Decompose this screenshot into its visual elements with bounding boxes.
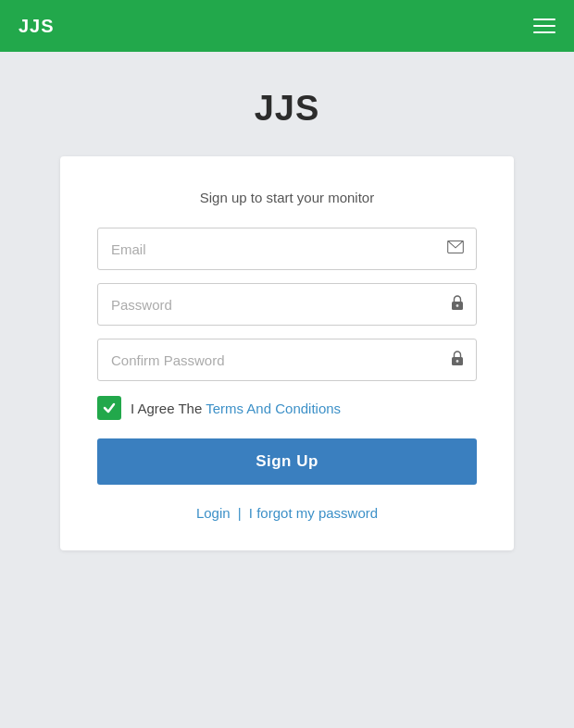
app-title: JJS	[255, 89, 320, 129]
signup-button[interactable]: Sign Up	[97, 438, 477, 485]
main-content: JJS Sign up to start your monitor	[0, 52, 574, 550]
hamburger-menu-icon[interactable]	[533, 19, 555, 33]
confirm-password-input[interactable]	[97, 339, 477, 381]
password-input[interactable]	[97, 283, 477, 326]
link-separator: |	[234, 505, 245, 521]
password-wrapper	[97, 283, 477, 326]
signup-card: Sign up to start your monitor	[60, 156, 514, 550]
confirm-password-wrapper	[97, 339, 477, 381]
terms-checkbox[interactable]	[97, 396, 121, 420]
email-input[interactable]	[97, 228, 477, 270]
forgot-password-link[interactable]: I forgot my password	[249, 505, 378, 521]
terms-checkbox-row: I Agree The Terms And Conditions	[97, 396, 477, 420]
email-wrapper	[97, 228, 477, 270]
navbar-logo: JJS	[19, 16, 55, 37]
terms-link[interactable]: Terms And Conditions	[206, 401, 341, 416]
bottom-links: Login | I forgot my password	[97, 505, 477, 521]
card-subtitle: Sign up to start your monitor	[97, 190, 477, 205]
login-link[interactable]: Login	[196, 505, 231, 521]
checkbox-label: I Agree The Terms And Conditions	[131, 401, 341, 416]
navbar: JJS	[0, 0, 574, 52]
